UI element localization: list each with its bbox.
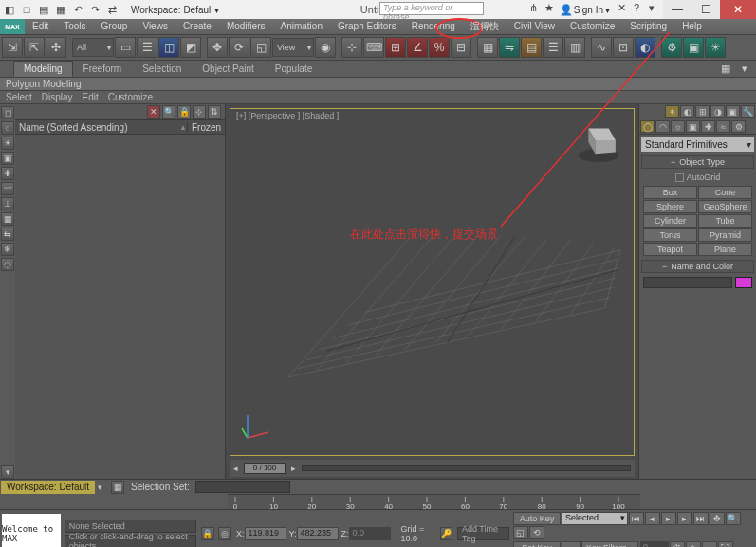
primitive-pyramid[interactable]: Pyramid [698,228,752,242]
primitive-cylinder[interactable]: Cylinder [643,214,697,228]
y-input[interactable]: 482.235 [297,527,339,540]
workspace-dropdown[interactable]: Workspace: Defaul▾ [127,5,223,15]
sort-explorer-icon[interactable]: ⇅ [208,105,221,119]
filter-camera-icon[interactable]: ▣ [1,152,14,165]
menu-edit[interactable]: Edit [25,19,56,34]
selection-set-icon[interactable]: ▦ [111,481,124,494]
scene-menu-customize[interactable]: Customize [108,92,153,102]
close-explorer-icon[interactable]: ✕ [147,105,160,119]
help-icon[interactable]: ? [629,0,644,15]
render-setup-icon[interactable]: ⚙ [661,37,682,58]
select-icon[interactable]: ▭ [115,37,136,58]
scene-menu-edit[interactable]: Edit [83,92,99,102]
helpers-icon[interactable]: ✚ [701,120,715,133]
lights-icon[interactable]: ☼ [671,120,685,133]
primitive-sphere[interactable]: Sphere [643,200,697,213]
angle-snap-icon[interactable]: ∠ [407,37,428,58]
filter-helper-icon[interactable]: ✚ [1,167,14,180]
menu-modifiers[interactable]: Modifiers [219,19,273,34]
link-icon[interactable]: ⇲ [2,37,23,58]
nav-pan-icon[interactable]: ✥ [710,512,725,525]
scene-menu-select[interactable]: Select [6,92,32,102]
next-frame-icon[interactable]: ▸ [677,512,692,525]
primitive-cone[interactable]: Cone [698,186,752,199]
ribbon-tab-object-paint[interactable]: Object Paint [192,61,264,77]
key-filters-button[interactable]: Key Filters... [581,541,638,547]
chevron-down-icon[interactable]: ▾ [98,483,102,492]
keyboard-shortcut-icon[interactable]: ⌨ [363,37,384,58]
infocenter-icon[interactable]: ⋔ [526,0,542,15]
menu-渲得快[interactable]: 渲得快 [463,19,507,34]
add-time-tag-button[interactable]: Add Time Tag [457,527,509,540]
menu-tools[interactable]: Tools [56,19,93,34]
pin-explorer-icon[interactable]: ⊹ [193,105,206,119]
scene-explorer-header[interactable]: Name (Sorted Ascending) ▲ Frozen [15,119,225,135]
ribbon-tab-selection[interactable]: Selection [132,61,192,77]
snap-toggle-icon[interactable]: ⊞ [385,37,406,58]
filter-geom-icon[interactable]: ◻ [1,106,14,119]
create-tab-icon[interactable]: ✶ [665,105,679,118]
app-logo-icon[interactable]: MAX [0,19,25,34]
menu-create[interactable]: Create [175,19,219,34]
close-button[interactable]: ✕ [720,0,756,19]
key-filter-dropdown[interactable]: Selected [562,512,628,525]
redo-icon[interactable]: ↷ [87,2,102,17]
autogrid-checkbox[interactable]: AutoGrid [639,171,756,184]
rotate-icon[interactable]: ⟳ [229,37,249,58]
x-input[interactable]: 119.819 [245,527,286,540]
select-region-icon[interactable]: ◫ [158,37,179,58]
nav-zoom-ext-icon[interactable]: ◈ [686,541,701,547]
nav-max-icon[interactable]: ⛶ [718,541,733,547]
render-icon[interactable]: ☀ [705,37,726,58]
undo-icon[interactable]: ↶ [70,2,85,17]
set-key-button[interactable]: Set Key [513,541,561,547]
bind-icon[interactable]: ✣ [46,37,66,58]
filter-frozen-icon[interactable]: ❄ [1,243,14,256]
lock-explorer-icon[interactable]: 🔒 [177,105,191,119]
exchange-icon[interactable]: ✕ [614,0,629,15]
search-explorer-icon[interactable]: 🔍 [162,105,175,119]
object-color-swatch[interactable] [735,277,752,288]
selection-filter-dropdown[interactable]: All [72,38,114,57]
maximize-button[interactable]: ☐ [691,0,720,19]
pivot-icon[interactable]: ◉ [315,37,336,58]
scene-menu-display[interactable]: Display [42,92,73,102]
spinner-snap-icon[interactable]: ⊟ [451,37,471,58]
menu-views[interactable]: Views [135,19,175,34]
primitive-geosphere[interactable]: GeoSphere [698,200,752,213]
manipulate-icon[interactable]: ⊹ [341,37,362,58]
menu-rendering[interactable]: Rendering [404,19,463,34]
ribbon-tab-populate[interactable]: Populate [265,61,323,77]
viewport-perspective[interactable]: [+] [Perspective ] [Shaded ] [230,108,635,456]
nav-zoom-icon[interactable]: 🔍 [726,512,741,525]
lock-selection-icon[interactable]: 🔒 [201,527,214,540]
name-color-rollout[interactable]: Name and Color [641,260,754,273]
nav-fov-icon[interactable]: ◱ [513,526,528,539]
object-type-rollout[interactable]: Object Type [641,155,754,169]
named-selection-icon[interactable]: ▦ [477,37,498,58]
menu-group[interactable]: Group [94,19,136,34]
percent-snap-icon[interactable]: % [429,37,450,58]
play-icon[interactable]: ▸ [661,512,676,525]
align-icon[interactable]: ▤ [521,37,542,58]
auto-key-button[interactable]: Auto Key [513,512,561,525]
filter-collapse-icon[interactable]: ▾ [1,465,14,479]
column-frozen[interactable]: Frozen [187,122,225,133]
layer-explorer-icon[interactable]: ▥ [564,37,585,58]
motion-tab-icon[interactable]: ◑ [710,105,725,118]
link-icon[interactable]: ⇄ [104,2,120,17]
nav-orbit-icon[interactable]: ⟲ [529,526,544,539]
star-icon[interactable]: ★ [542,0,557,15]
cameras-icon[interactable]: ▣ [686,120,700,133]
goto-start-icon[interactable]: ⏮ [629,512,644,525]
help-chevron-icon[interactable]: ▾ [644,0,659,15]
time-slider[interactable]: ◂ 0 / 100 ▸ [230,460,635,477]
menu-civil-view[interactable]: Civil View [507,19,562,34]
filter-bone-icon[interactable]: ⊥ [1,197,14,210]
shapes-icon[interactable]: ◠ [655,120,670,133]
mirror-icon[interactable]: ⇋ [499,37,520,58]
menu-customize[interactable]: Customize [562,19,622,34]
systems-icon[interactable]: ⚙ [731,120,746,133]
primitive-teapot[interactable]: Teapot [643,243,697,256]
time-config-icon[interactable]: ⏱ [670,541,685,547]
